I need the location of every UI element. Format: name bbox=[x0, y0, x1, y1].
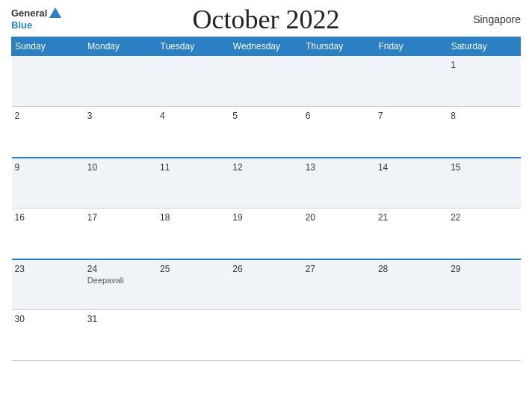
day-number: 1 bbox=[451, 60, 517, 70]
calendar-cell: 25 bbox=[157, 259, 229, 310]
calendar-cell bbox=[229, 56, 302, 107]
day-number: 10 bbox=[87, 162, 154, 173]
weekday-header: Thursday bbox=[303, 37, 375, 56]
calendar-week-row: 16171819202122 bbox=[12, 208, 521, 259]
calendar-title: October 2022 bbox=[193, 4, 340, 35]
calendar-cell: 3 bbox=[84, 107, 157, 158]
day-number: 27 bbox=[306, 264, 372, 274]
calendar-cell: 26 bbox=[229, 259, 302, 310]
weekday-header: Wednesday bbox=[229, 37, 302, 56]
day-number: 15 bbox=[451, 162, 517, 173]
day-number: 20 bbox=[306, 212, 372, 223]
calendar-cell: 1 bbox=[448, 56, 520, 107]
calendar-table: SundayMondayTuesdayWednesdayThursdayFrid… bbox=[11, 37, 521, 361]
calendar-week-row: 1 bbox=[12, 56, 521, 107]
day-number: 16 bbox=[15, 212, 81, 223]
calendar-cell bbox=[157, 310, 229, 361]
day-number: 5 bbox=[232, 111, 299, 121]
day-number: 8 bbox=[451, 111, 517, 121]
calendar-week-row: 3031 bbox=[12, 310, 521, 361]
day-number: 28 bbox=[378, 264, 445, 274]
day-number: 3 bbox=[87, 111, 154, 121]
calendar-cell bbox=[84, 56, 157, 107]
day-number: 12 bbox=[232, 162, 299, 173]
calendar-cell: 17 bbox=[84, 208, 157, 259]
calendar-cell: 31 bbox=[84, 310, 157, 361]
day-number: 13 bbox=[306, 162, 372, 173]
day-number: 18 bbox=[160, 212, 226, 223]
day-number: 25 bbox=[160, 264, 226, 274]
calendar-header: General Blue October 2022 Singapore bbox=[11, 7, 521, 31]
logo-general-text: General bbox=[11, 7, 47, 19]
weekday-header-row: SundayMondayTuesdayWednesdayThursdayFrid… bbox=[12, 37, 521, 56]
calendar-cell bbox=[303, 56, 375, 107]
day-number: 29 bbox=[451, 264, 517, 274]
calendar-cell: 30 bbox=[12, 310, 84, 361]
calendar-region: Singapore bbox=[473, 13, 521, 25]
calendar-cell: 7 bbox=[375, 107, 448, 158]
calendar-week-row: 2324Deepavali2526272829 bbox=[12, 259, 521, 310]
day-number: 11 bbox=[160, 162, 226, 173]
calendar-cell: 12 bbox=[229, 158, 302, 208]
calendar-cell: 19 bbox=[229, 208, 302, 259]
calendar-cell: 16 bbox=[12, 208, 84, 259]
calendar-cell: 18 bbox=[157, 208, 229, 259]
calendar-week-row: 9101112131415 bbox=[12, 158, 521, 208]
day-number: 7 bbox=[378, 111, 445, 121]
calendar-cell: 23 bbox=[12, 259, 84, 310]
calendar-cell: 29 bbox=[448, 259, 520, 310]
logo-blue-text: Blue bbox=[11, 19, 61, 31]
calendar-cell: 6 bbox=[303, 107, 375, 158]
calendar-cell: 24Deepavali bbox=[84, 259, 157, 310]
calendar-cell bbox=[375, 310, 448, 361]
day-number: 14 bbox=[378, 162, 445, 173]
calendar-page: General Blue October 2022 Singapore Sund… bbox=[0, 0, 532, 411]
logo-triangle-icon bbox=[49, 7, 61, 18]
logo: General Blue bbox=[11, 7, 61, 31]
day-number: 26 bbox=[232, 264, 299, 274]
calendar-cell bbox=[303, 310, 375, 361]
weekday-header: Monday bbox=[84, 37, 157, 56]
calendar-cell: 22 bbox=[448, 208, 520, 259]
calendar-cell: 10 bbox=[84, 158, 157, 208]
calendar-cell: 9 bbox=[12, 158, 84, 208]
weekday-header: Sunday bbox=[12, 37, 84, 56]
calendar-cell: 28 bbox=[375, 259, 448, 310]
calendar-cell: 5 bbox=[229, 107, 302, 158]
day-number: 6 bbox=[306, 111, 372, 121]
calendar-cell bbox=[448, 310, 520, 361]
calendar-cell: 13 bbox=[303, 158, 375, 208]
day-number: 24 bbox=[87, 264, 154, 274]
calendar-cell bbox=[12, 56, 84, 107]
weekday-header: Friday bbox=[375, 37, 448, 56]
day-number: 2 bbox=[15, 111, 81, 121]
day-number: 22 bbox=[451, 212, 517, 223]
calendar-cell bbox=[229, 310, 302, 361]
calendar-cell: 21 bbox=[375, 208, 448, 259]
calendar-cell: 11 bbox=[157, 158, 229, 208]
day-number: 4 bbox=[160, 111, 226, 121]
calendar-cell: 8 bbox=[448, 107, 520, 158]
calendar-cell: 14 bbox=[375, 158, 448, 208]
calendar-cell: 2 bbox=[12, 107, 84, 158]
calendar-cell: 15 bbox=[448, 158, 520, 208]
weekday-header: Tuesday bbox=[157, 37, 229, 56]
day-number: 9 bbox=[15, 162, 81, 173]
day-number: 19 bbox=[232, 212, 299, 223]
calendar-cell bbox=[375, 56, 448, 107]
calendar-cell: 27 bbox=[303, 259, 375, 310]
day-number: 17 bbox=[87, 212, 154, 223]
day-number: 21 bbox=[378, 212, 445, 223]
weekday-header: Saturday bbox=[448, 37, 520, 56]
event-label: Deepavali bbox=[87, 276, 154, 285]
day-number: 30 bbox=[15, 314, 81, 324]
calendar-cell: 20 bbox=[303, 208, 375, 259]
day-number: 31 bbox=[87, 314, 154, 324]
day-number: 23 bbox=[15, 264, 81, 274]
calendar-cell: 4 bbox=[157, 107, 229, 158]
calendar-cell bbox=[157, 56, 229, 107]
calendar-week-row: 2345678 bbox=[12, 107, 521, 158]
